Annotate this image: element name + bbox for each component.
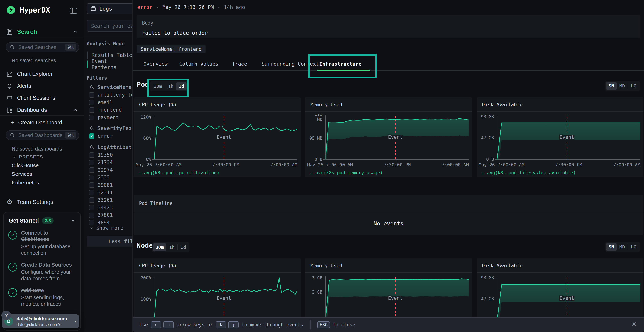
pod-range-1h[interactable]: 1h (166, 82, 176, 90)
svg-text:191: 191 (315, 114, 322, 117)
show-more-button[interactable]: Show more (90, 225, 124, 231)
pod-size-lg[interactable]: LG (628, 82, 639, 90)
preset-clickhouse[interactable]: ClickHouse (12, 162, 39, 168)
help-button[interactable]: ? (2, 310, 11, 320)
node-memory-chart[interactable]: 3 GB2 GB0 BEvent (305, 275, 472, 322)
filter-option[interactable]: frontend (89, 107, 122, 113)
checklist-item[interactable]: Connect to ClickHouseSet up your databas… (4, 230, 80, 256)
checkbox[interactable] (89, 107, 94, 113)
checkbox[interactable] (89, 100, 94, 105)
saved-dashboards-input[interactable]: Saved Dashboards ⌘K (6, 130, 79, 140)
pod-cpu-chart[interactable]: 120%60%0%Event (134, 114, 300, 161)
legend-label: avg(k8s.pod.filesystem.available) (487, 170, 576, 175)
saved-searches-input[interactable]: Saved Searches ⌘K (6, 42, 79, 52)
node-range-30m[interactable]: 30m (153, 243, 166, 251)
filter-option[interactable]: 32311 (89, 190, 113, 196)
svg-text:47 GB: 47 GB (481, 296, 494, 302)
tab-column-values[interactable]: Column Values (179, 61, 218, 67)
node-size-sm[interactable]: SM (606, 243, 617, 251)
sidebar-item-chart-explorer[interactable]: Chart Explorer (0, 69, 84, 79)
collapse-sidebar-icon[interactable] (69, 6, 78, 15)
pod-range-1d[interactable]: 1d (176, 82, 186, 90)
tab-trace[interactable]: Trace (232, 61, 247, 67)
create-dashboard-button[interactable]: + Create Dashboard (0, 118, 84, 127)
node-size-md[interactable]: MD (617, 243, 627, 251)
active-tab-underline (317, 70, 370, 71)
close-icon[interactable]: × (632, 320, 637, 328)
checkbox-checked[interactable] (89, 134, 94, 139)
filter-option[interactable]: 33261 (89, 197, 113, 203)
pod-size-sm[interactable]: SM (606, 82, 617, 90)
event-search-input[interactable] (87, 20, 132, 32)
pod-size-md[interactable]: MD (617, 82, 627, 90)
node-range-1h[interactable]: 1h (166, 243, 177, 251)
checkbox[interactable] (89, 220, 94, 226)
filter-option[interactable]: payment (89, 114, 119, 120)
presets-toggle[interactable]: PRESETS (12, 154, 43, 160)
mode-label: Results Table (92, 52, 132, 58)
user-account-chip[interactable]: D dale@clickhouse.com dale@clickhouse.co… (2, 314, 79, 328)
node-disk-chart[interactable]: 93 GB47 GB0 BEvent (476, 275, 644, 322)
filter-option[interactable]: 19350 (89, 152, 113, 158)
filter-group-logattributes[interactable]: LogAttributes (90, 144, 132, 150)
sidebar-item-alerts[interactable]: Alerts (0, 81, 84, 91)
svg-text:0 B: 0 B (315, 157, 322, 161)
sidebar-item-dashboards[interactable]: Dashboards (0, 105, 84, 115)
checkbox[interactable] (89, 92, 94, 98)
checkbox[interactable] (89, 198, 94, 203)
checkbox[interactable] (89, 175, 94, 180)
sidebar-item-search[interactable]: Search (0, 26, 84, 37)
filter-group-severitytext[interactable]: SeverityText (90, 125, 132, 131)
checkbox[interactable] (89, 205, 94, 210)
preset-services[interactable]: Services (12, 171, 32, 177)
service-name-tag[interactable]: ServiceName: frontend (137, 45, 206, 53)
checklist-item[interactable]: Add DataStart sending logs, metrics, or … (4, 287, 80, 307)
checkbox[interactable] (89, 168, 94, 173)
presets-label: PRESETS (19, 154, 43, 160)
checklist-item[interactable]: Create Data SourcesConfigure where your … (4, 262, 80, 282)
x-tick: 7:30:00 PM (555, 162, 582, 168)
checkbox[interactable] (89, 152, 94, 158)
legend-dash: — (482, 170, 485, 176)
node-range-control: 30m 1h 1d (152, 242, 190, 252)
filter-option[interactable]: 29081 (89, 182, 113, 188)
divider (177, 244, 178, 250)
sidebar-item-client-sessions[interactable]: Client Sessions (0, 93, 84, 103)
checkbox[interactable] (89, 115, 94, 120)
checkbox[interactable] (89, 190, 94, 195)
pod-timeline-card: Pod Timeline No events (134, 195, 644, 235)
filter-option[interactable]: 34423 (89, 205, 113, 210)
preset-kubernetes[interactable]: Kubernetes (12, 180, 39, 186)
filter-group-servicename[interactable]: ServiceName (90, 84, 132, 90)
checkbox[interactable] (89, 160, 94, 165)
filter-option[interactable]: 37801 (89, 212, 113, 218)
chevron-up-icon[interactable] (71, 218, 76, 223)
show-more-label: Show more (96, 225, 124, 231)
filter-option[interactable]: 21734 (89, 160, 113, 166)
checkbox[interactable] (89, 212, 94, 218)
pod-memory-chart[interactable]: 191MB95 MB0 BEvent (305, 114, 472, 161)
brand-name: HyperDX (20, 6, 50, 14)
pod-disk-chart[interactable]: 93 GB47 GB0 BEvent (476, 114, 644, 161)
filter-option[interactable]: 2333 (89, 174, 110, 180)
node-size-lg[interactable]: LG (628, 243, 639, 251)
get-started-title: Get Started (9, 218, 39, 224)
node-cpu-chart[interactable]: 200%100%0%Event (134, 275, 300, 322)
chevron-up-icon (73, 108, 78, 112)
checkbox[interactable] (89, 182, 94, 188)
less-filters-button[interactable]: Less filters (87, 236, 132, 247)
tab-infrastructure[interactable]: Infrastructure (319, 61, 362, 67)
node-range-1d[interactable]: 1d (178, 243, 188, 251)
source-selector-button[interactable]: Logs (87, 3, 132, 14)
filter-option[interactable]: 4894 (89, 220, 110, 226)
sidebar-item-label: Dashboards (17, 107, 47, 113)
filter-option[interactable]: error (89, 133, 113, 139)
filter-option[interactable]: email (89, 100, 113, 105)
pod-range-30m[interactable]: 30m (151, 82, 164, 90)
mode-event-patterns[interactable]: Event Patterns (87, 60, 132, 68)
tab-surrounding-context[interactable]: Surrounding Context (262, 61, 319, 67)
filter-option[interactable]: 22974 (89, 167, 113, 173)
tab-overview[interactable]: Overview (144, 61, 168, 67)
sidebar-item-team-settings[interactable]: ⚙ Team Settings (0, 197, 84, 207)
filter-option[interactable]: artillery-load (89, 92, 132, 98)
